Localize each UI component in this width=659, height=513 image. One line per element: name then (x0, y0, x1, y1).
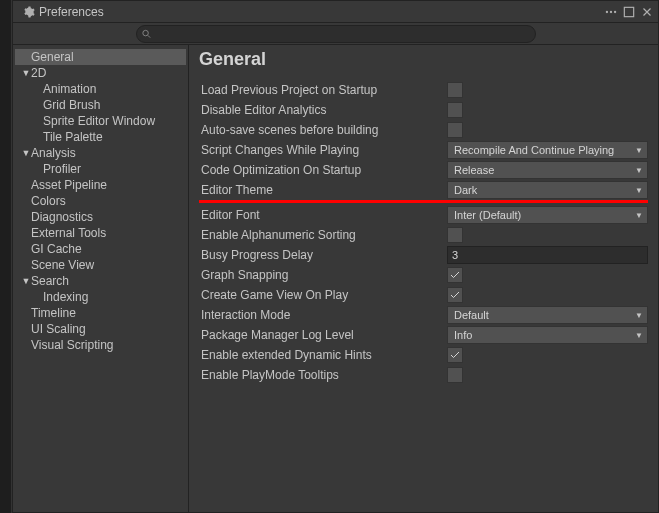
field-label: Script Changes While Playing (199, 143, 447, 157)
field-row-editor-font: Editor FontInter (Default)▼ (199, 205, 648, 225)
sidebar-item-label: Animation (43, 82, 182, 96)
title-tab[interactable]: Preferences (17, 2, 110, 22)
field-label: Enable Alphanumeric Sorting (199, 228, 447, 242)
sidebar-item-label: Tile Palette (43, 130, 182, 144)
expand-arrow-icon: ▼ (21, 148, 31, 158)
checkbox-load-previous[interactable] (447, 82, 463, 98)
dropdown-editor-font[interactable]: Inter (Default)▼ (447, 206, 648, 224)
dropdown-value: Info (454, 329, 472, 341)
field-label: Interaction Mode (199, 308, 447, 322)
content-panel: General Load Previous Project on Startup… (189, 45, 658, 512)
sidebar-item-visual-scripting[interactable]: Visual Scripting (15, 337, 186, 353)
preferences-window: Preferences General▼2DAnimationGrid Brus… (12, 0, 659, 513)
sidebar-item-label: General (31, 50, 182, 64)
sidebar-item-animation[interactable]: Animation (15, 81, 186, 97)
sidebar-item-timeline[interactable]: Timeline (15, 305, 186, 321)
sidebar-item-label: Asset Pipeline (31, 178, 182, 192)
svg-rect-3 (624, 7, 633, 16)
close-icon[interactable] (640, 5, 654, 19)
field-label: Enable PlayMode Tooltips (199, 368, 447, 382)
chevron-down-icon: ▼ (635, 211, 643, 220)
sidebar-item-general[interactable]: General (15, 49, 186, 65)
field-row-pkg-log: Package Manager Log LevelInfo▼ (199, 325, 648, 345)
dropdown-value: Release (454, 164, 494, 176)
chevron-down-icon: ▼ (635, 331, 643, 340)
sidebar-item-label: Grid Brush (43, 98, 182, 112)
checkbox-dyn-hints[interactable] (447, 347, 463, 363)
sidebar-item-label: Timeline (31, 306, 182, 320)
field-label: Create Game View On Play (199, 288, 447, 302)
sidebar-item-search[interactable]: ▼Search (15, 273, 186, 289)
dropdown-editor-theme[interactable]: Dark▼ (447, 181, 648, 199)
dropdown-interaction-mode[interactable]: Default▼ (447, 306, 648, 324)
checkbox-game-view[interactable] (447, 287, 463, 303)
check-icon (449, 269, 461, 281)
sidebar-item-sprite-editor-window[interactable]: Sprite Editor Window (15, 113, 186, 129)
checkbox-graph-snap[interactable] (447, 267, 463, 283)
sidebar-item-label: UI Scaling (31, 322, 182, 336)
field-row-code-opt: Code Optimization On StartupRelease▼ (199, 160, 648, 180)
sidebar-item-label: 2D (31, 66, 182, 80)
sidebar-item-label: Indexing (43, 290, 182, 304)
dropdown-script-changes[interactable]: Recompile And Continue Playing▼ (447, 141, 648, 159)
field-row-disable-analytics: Disable Editor Analytics (199, 100, 648, 120)
chevron-down-icon: ▼ (635, 311, 643, 320)
sidebar-item-profiler[interactable]: Profiler (15, 161, 186, 177)
checkbox-autosave[interactable] (447, 122, 463, 138)
sidebar-item-grid-brush[interactable]: Grid Brush (15, 97, 186, 113)
gear-icon (23, 6, 35, 18)
expand-arrow-icon: ▼ (21, 68, 31, 78)
window-title: Preferences (39, 5, 104, 19)
field-label: Editor Theme (199, 183, 447, 197)
sidebar-item-colors[interactable]: Colors (15, 193, 186, 209)
field-label: Load Previous Project on Startup (199, 83, 447, 97)
sidebar-item-label: Search (31, 274, 182, 288)
field-row-script-changes: Script Changes While PlayingRecompile An… (199, 140, 648, 160)
sidebar-item-external-tools[interactable]: External Tools (15, 225, 186, 241)
field-row-playmode-tt: Enable PlayMode Tooltips (199, 365, 648, 385)
checkbox-alpha-sort[interactable] (447, 227, 463, 243)
dock-icon[interactable] (622, 5, 636, 19)
field-label: Enable extended Dynamic Hints (199, 348, 447, 362)
chevron-down-icon: ▼ (635, 186, 643, 195)
svg-point-4 (142, 30, 148, 36)
svg-point-1 (610, 10, 612, 12)
sidebar-item-label: GI Cache (31, 242, 182, 256)
sidebar-item-analysis[interactable]: ▼Analysis (15, 145, 186, 161)
field-label: Graph Snapping (199, 268, 447, 282)
search-input[interactable] (136, 25, 536, 43)
sidebar-item-scene-view[interactable]: Scene View (15, 257, 186, 273)
sidebar-item-gi-cache[interactable]: GI Cache (15, 241, 186, 257)
field-row-interaction-mode: Interaction ModeDefault▼ (199, 305, 648, 325)
dropdown-code-opt[interactable]: Release▼ (447, 161, 648, 179)
sidebar-item-diagnostics[interactable]: Diagnostics (15, 209, 186, 225)
dropdown-pkg-log[interactable]: Info▼ (447, 326, 648, 344)
sidebar-item-label: Analysis (31, 146, 182, 160)
sidebar-item-2d[interactable]: ▼2D (15, 65, 186, 81)
chevron-down-icon: ▼ (635, 166, 643, 175)
field-label: Busy Progress Delay (199, 248, 447, 262)
field-row-load-previous: Load Previous Project on Startup (199, 80, 648, 100)
dropdown-value: Recompile And Continue Playing (454, 144, 614, 156)
highlight-divider (199, 200, 648, 203)
sidebar-item-tile-palette[interactable]: Tile Palette (15, 129, 186, 145)
checkbox-playmode-tt[interactable] (447, 367, 463, 383)
sidebar-item-asset-pipeline[interactable]: Asset Pipeline (15, 177, 186, 193)
checkbox-disable-analytics[interactable] (447, 102, 463, 118)
dropdown-value: Default (454, 309, 489, 321)
svg-point-2 (614, 10, 616, 12)
field-row-alpha-sort: Enable Alphanumeric Sorting (199, 225, 648, 245)
sidebar: General▼2DAnimationGrid BrushSprite Edit… (13, 45, 189, 512)
context-menu-icon[interactable] (604, 5, 618, 19)
field-label: Package Manager Log Level (199, 328, 447, 342)
field-row-dyn-hints: Enable extended Dynamic Hints (199, 345, 648, 365)
textfield-busy-delay[interactable] (447, 246, 648, 264)
sidebar-item-label: Profiler (43, 162, 182, 176)
page-title: General (199, 49, 648, 70)
field-label: Editor Font (199, 208, 447, 222)
field-row-editor-theme: Editor ThemeDark▼ (199, 180, 648, 200)
sidebar-item-indexing[interactable]: Indexing (15, 289, 186, 305)
sidebar-item-ui-scaling[interactable]: UI Scaling (15, 321, 186, 337)
field-label: Code Optimization On Startup (199, 163, 447, 177)
field-label: Disable Editor Analytics (199, 103, 447, 117)
